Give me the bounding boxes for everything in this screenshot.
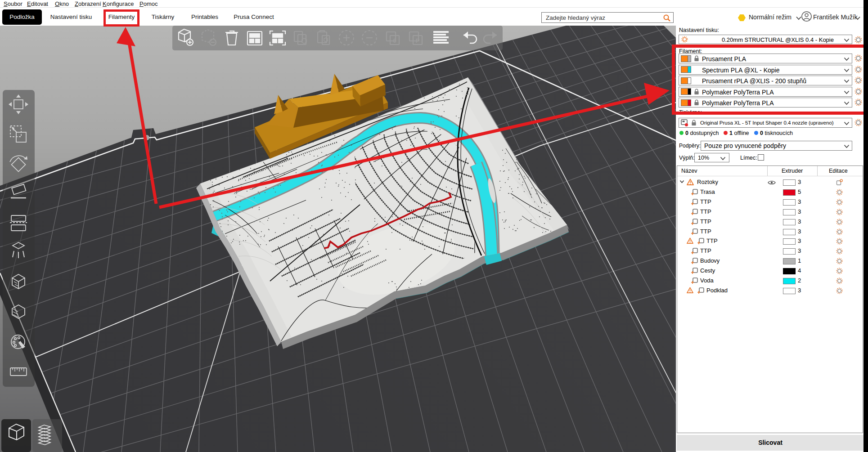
svg-text:0: 0 <box>393 37 396 44</box>
svg-text:P: P <box>416 37 420 44</box>
